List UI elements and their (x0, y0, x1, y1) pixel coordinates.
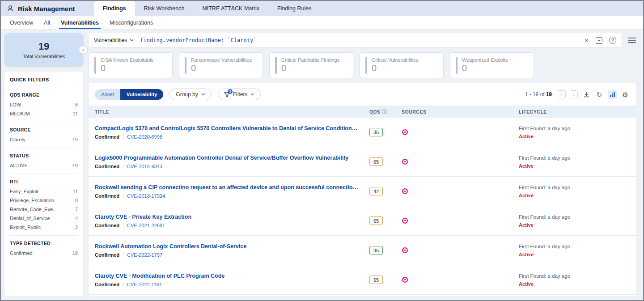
subnav-overview[interactable]: Overview (4, 16, 38, 29)
column-header-lifecycle: LIFECYCLE (519, 109, 630, 114)
finding-title-link[interactable]: Rockwell sending a CIP connectino reques… (95, 184, 360, 191)
cve-link[interactable]: CVE-2021-22681 (127, 223, 165, 228)
filters-label: Filters (233, 91, 248, 98)
status-badge: Active (519, 134, 630, 139)
filter-item-low[interactable]: LOW 8 (10, 100, 78, 109)
finding-title-link[interactable]: Logix5000 Programmable Automation Contro… (95, 155, 360, 161)
filter-label: Confirmed (10, 250, 33, 256)
filter-item-claroty[interactable]: Claroty 19 (10, 135, 78, 144)
download-icon[interactable] (582, 90, 591, 99)
subnav-vulnerabilities[interactable]: Vulnerabilities (55, 16, 104, 29)
first-found-text: First Found: a day ago (519, 185, 630, 190)
sidebar-collapse-button[interactable]: ‹ (79, 45, 88, 54)
status-badge: Active (519, 222, 630, 228)
claroty-source-icon (402, 217, 519, 224)
filter-label: MEDIUM (10, 111, 30, 116)
cve-link[interactable]: CVE-2018-17924 (127, 193, 165, 199)
cve-link[interactable]: CVE-2022-1161 (127, 282, 162, 287)
filter-count: 19 (72, 250, 78, 256)
save-search-icon[interactable]: + (596, 37, 602, 44)
table-body: CompactLogix 5370 and ControlLogix 5570 … (89, 118, 636, 297)
stat-value: 0 (191, 63, 252, 73)
finding-title-link[interactable]: CompactLogix 5370 and ControlLogix 5570 … (95, 125, 360, 131)
filter-count: 8 (75, 198, 78, 203)
stat-label: Weaponized Exploits (462, 57, 508, 63)
sidebar: 19 Total Vulnerabilities ‹ QUICK FILTERS… (4, 33, 83, 297)
cve-link[interactable]: CVE-2016-9343 (127, 164, 162, 169)
next-page-icon[interactable]: › (570, 90, 578, 98)
stat-card-critical-vulnerabilities[interactable]: Critical Vulnerabilities 0 (360, 52, 444, 78)
stat-card-ransomware-vulnerabilities[interactable]: Ransomware Vulnerabilities 0 (179, 52, 263, 78)
filter-count: 11 (73, 111, 78, 116)
filter-section-rti: RTI Easy_Exploit 11 Privilege_Escalation… (10, 174, 78, 236)
refresh-icon[interactable]: ↻ (595, 90, 604, 99)
filter-section-title: STATUS (10, 153, 78, 158)
tab-mitre-attack-matrix[interactable]: MITRE ATT&CK Matrix (193, 1, 268, 16)
table-row[interactable]: Logix5000 Programmable Automation Contro… (89, 147, 636, 177)
filter-item-active[interactable]: ACTIVE 19 (10, 161, 78, 170)
stat-accent-bar (365, 57, 367, 74)
filter-count: 2 (75, 225, 78, 230)
filter-label: ACTIVE (10, 163, 28, 168)
finding-title-link[interactable]: Rockwell Automation Logix Controllers De… (95, 243, 360, 250)
quick-filters-panel: QUICK FILTERS QDS RANGE LOW 8 MEDIUM 11 … (4, 72, 83, 297)
help-icon[interactable]: ? (609, 37, 616, 44)
search-scope-dropdown[interactable]: Vulnerabilities (94, 37, 134, 43)
stat-accent-bar (94, 57, 96, 74)
table-row[interactable]: Claroty CVE - Modification of PLC Progra… (89, 265, 636, 295)
chevron-down-icon (130, 39, 134, 42)
divider (123, 282, 123, 287)
finding-title-link[interactable]: Claroty CVE - Modification of PLC Progra… (95, 273, 360, 279)
clear-search-icon[interactable]: ✕ (584, 37, 589, 44)
stat-accent-bar (275, 57, 277, 74)
table-row[interactable]: CompactLogix 5370 and ControlLogix 5570 … (89, 118, 636, 147)
filter-section-title: QDS RANGE (10, 92, 78, 98)
stat-card-cisa-known-exploitable[interactable]: CISA Known Exploitable 0 (89, 52, 173, 78)
filter-item-denial-of-service[interactable]: Denial_of_Service 4 (10, 214, 78, 223)
table-row[interactable]: Claroty CVE - Private Key Extraction Con… (89, 206, 636, 236)
group-by-dropdown[interactable]: Group by (169, 89, 211, 100)
finding-title-link[interactable]: Claroty CVE - Private Key Extraction (95, 214, 360, 220)
cve-link[interactable]: CVE-2020-6998 (127, 134, 162, 140)
vulnerability-toggle-button[interactable]: Vulnerability (120, 89, 164, 100)
stat-card-critical-patchable-findings[interactable]: Critical Patchable Findings 0 (269, 52, 353, 78)
filter-item-medium[interactable]: MEDIUM 11 (10, 109, 78, 118)
tab-finding-rules[interactable]: Finding Rules (268, 1, 320, 16)
filter-item-confirmed[interactable]: Confirmed 19 (10, 249, 78, 258)
stat-label: CISA Known Exploitable (101, 57, 154, 63)
filter-item-privilege-escalation[interactable]: Privilege_Escalation 8 (10, 196, 78, 205)
table-row[interactable]: Rockwell Automation Logix Controllers De… (89, 236, 636, 265)
brand: Risk Management (6, 1, 75, 16)
toolbar-right: 1 - 19 of19 ‹ › ↻ (525, 90, 630, 99)
funnel-icon: 3 (224, 92, 230, 98)
filter-item-exploit-public[interactable]: Exploit_Public 2 (10, 223, 78, 232)
previous-page-icon[interactable]: ‹ (558, 90, 566, 98)
asset-toggle-button[interactable]: Asset (95, 89, 120, 100)
first-found-text: First Found: a day ago (519, 214, 630, 220)
filters-dropdown[interactable]: 3 Filters (218, 89, 261, 100)
stat-card-weaponized-exploits[interactable]: Weaponized Exploits 0 (450, 52, 534, 78)
tab-risk-workbench[interactable]: Risk Workbench (135, 1, 194, 16)
tab-findings[interactable]: Findings (94, 1, 135, 16)
filter-count: 8 (75, 102, 78, 107)
subnav-all[interactable]: All (38, 16, 55, 29)
settings-gear-icon[interactable]: ⚙ (621, 90, 630, 99)
subnav-misconfigurations[interactable]: Misconfigurations (104, 16, 158, 29)
status-badge: Active (519, 193, 630, 198)
cve-link[interactable]: CVE-2022-1797 (127, 252, 162, 258)
filter-count: 19 (72, 163, 78, 168)
filter-item-easy-exploit[interactable]: Easy_Exploit 11 (10, 187, 78, 196)
chart-view-icon[interactable] (608, 90, 617, 99)
table-row[interactable]: Rockwell sending a CIP connectino reques… (89, 177, 636, 206)
query-input[interactable]: finding.vendorProductName: `Claroty` (140, 37, 584, 43)
qds-score: 35 (369, 246, 383, 254)
first-found-text: First Found: a day ago (519, 273, 630, 279)
filter-label: Claroty (10, 137, 25, 142)
search-bar: Vulnerabilities finding.vendorProductNam… (89, 33, 622, 47)
info-icon[interactable]: i (382, 109, 387, 114)
finding-type: Confirmed (95, 193, 119, 199)
filter-label: Remote_Code_Exe... (10, 207, 57, 212)
pagination-range: 1 - 19 of (525, 91, 545, 98)
filter-item-remote-code-exec[interactable]: Remote_Code_Exe... 7 (10, 205, 78, 214)
menu-icon[interactable] (628, 38, 636, 43)
